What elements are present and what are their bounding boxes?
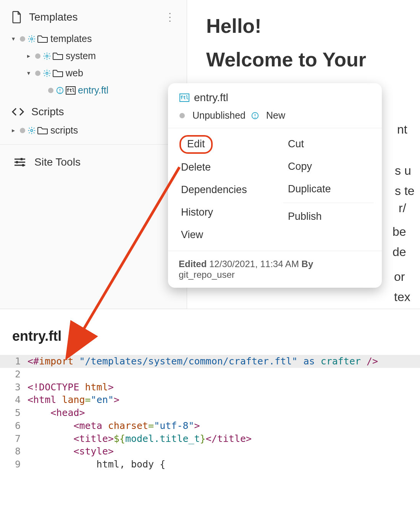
code-line[interactable]: 7 <title>${model.title_t}</title> [0, 432, 420, 445]
code-content[interactable]: <meta charset="utf-8"> [27, 419, 200, 432]
code-editor[interactable]: 1<#import "/templates/system/common/craf… [0, 355, 420, 471]
tree-item-label: scripts [50, 125, 78, 136]
svg-point-6 [31, 129, 33, 132]
line-number: 8 [0, 445, 27, 458]
ftl-file-icon: ftl [66, 86, 76, 95]
context-menu-footer: Edited 12/30/2021, 11:34 AM By git_repo_… [168, 251, 382, 288]
svg-point-1 [46, 55, 48, 57]
status-dot [20, 36, 25, 42]
scripts-section-header[interactable]: Scripts [0, 102, 187, 122]
code-content[interactable]: <#import "/templates/system/common/craft… [27, 355, 378, 368]
svg-rect-12 [22, 164, 24, 166]
tree-item-label: entry.ftl [78, 85, 108, 96]
file-icon [11, 11, 22, 23]
context-menu-body: Edit Delete Dependencies History View Cu… [168, 128, 382, 251]
scripts-label: Scripts [31, 106, 64, 118]
code-line[interactable]: 2 [0, 368, 420, 381]
line-number: 5 [0, 406, 27, 419]
gear-icon [27, 35, 36, 43]
tree-item-label: system [66, 50, 96, 61]
preview-body-fragment: nt [397, 99, 407, 140]
tree-item-templates[interactable]: ▾ templates [0, 30, 187, 47]
svg-rect-11 [16, 161, 18, 163]
menu-item-history[interactable]: History [168, 201, 275, 224]
menu-item-cut[interactable]: Cut [275, 133, 382, 155]
more-menu-icon[interactable]: ⋮ [162, 11, 178, 23]
templates-tree: ▾ templates ▸ system [0, 30, 187, 102]
code-line[interactable]: 3<!DOCTYPE html> [0, 381, 420, 394]
chevron-right-icon[interactable]: ▸ [24, 52, 33, 60]
line-number: 4 [0, 393, 27, 406]
code-line[interactable]: 5 <head> [0, 406, 420, 419]
footer-by-label: By [302, 259, 313, 269]
gear-icon [27, 126, 36, 135]
footer-user: git_repo_user [179, 269, 235, 280]
site-tools-label: Site Tools [34, 156, 81, 168]
preview-heading-2: Welcome to Your [206, 48, 420, 71]
footer-timestamp: 12/30/2021, 11:34 AM [209, 259, 299, 269]
code-content[interactable]: <html lang="en"> [27, 393, 120, 406]
svg-point-2 [46, 72, 48, 74]
tree-item-scripts[interactable]: ▸ scripts [0, 122, 187, 139]
context-menu-filename: entry.ftl [194, 92, 228, 104]
menu-item-view[interactable]: View [168, 224, 275, 246]
menu-item-copy[interactable]: Copy [275, 155, 382, 178]
code-content[interactable]: html, body { [27, 458, 165, 471]
sliders-icon [14, 157, 26, 168]
status-new: New [266, 110, 285, 121]
sidebar: Templates ⋮ ▾ templates ▸ [0, 0, 187, 309]
code-content[interactable]: <head> [27, 406, 85, 419]
code-content[interactable]: <style> [27, 445, 114, 458]
footer-edited-label: Edited [179, 259, 207, 269]
chevron-down-icon[interactable]: ▾ [9, 35, 18, 42]
menu-item-delete[interactable]: Delete [168, 156, 275, 179]
templates-section-header[interactable]: Templates ⋮ [0, 4, 187, 30]
menu-item-dependencies[interactable]: Dependencies [168, 179, 275, 201]
status-dot [48, 88, 53, 93]
code-line[interactable]: 9 html, body { [0, 458, 420, 471]
context-menu-col-right: Cut Copy Duplicate Publish [275, 128, 382, 251]
status-unpublished: Unpublished [192, 110, 246, 121]
status-dot [179, 113, 185, 118]
code-content[interactable]: <title>${model.title_t}</title> [27, 432, 252, 445]
editor-pane: entry.ftl 1<#import "/templates/system/c… [0, 309, 420, 506]
folder-icon [53, 69, 63, 77]
line-number: 7 [0, 432, 27, 445]
code-line[interactable]: 4<html lang="en"> [0, 393, 420, 406]
editor-filename: entry.ftl [0, 323, 420, 355]
svg-point-15 [255, 117, 255, 118]
menu-item-edit[interactable]: Edit [179, 135, 213, 154]
line-number: 6 [0, 419, 27, 432]
alert-icon [251, 111, 259, 120]
site-tools-row[interactable]: Site Tools › [0, 147, 187, 177]
status-dot [20, 128, 25, 133]
svg-point-0 [31, 38, 33, 40]
preview-body-fragment: or tex [394, 247, 410, 307]
context-menu: ftl entry.ftl Unpublished New Edit Delet… [168, 83, 382, 288]
svg-point-5 [60, 92, 60, 92]
tree-item-label: templates [50, 33, 92, 44]
code-line[interactable]: 1<#import "/templates/system/common/craf… [0, 355, 420, 368]
gear-icon [43, 52, 51, 60]
code-content[interactable]: <!DOCTYPE html> [27, 381, 114, 394]
alert-icon [56, 86, 64, 95]
context-menu-header: ftl entry.ftl Unpublished New [168, 83, 382, 128]
tree-item-web[interactable]: ▾ web [0, 64, 187, 82]
tree-item-entry-ftl[interactable]: ftl entry.ftl [0, 82, 187, 99]
chevron-down-icon[interactable]: ▾ [24, 69, 33, 77]
line-number: 2 [0, 368, 27, 381]
status-dot [35, 53, 40, 59]
tree-item-label: web [66, 68, 83, 79]
line-number: 3 [0, 381, 27, 394]
chevron-right-icon[interactable]: ▸ [9, 127, 18, 134]
code-line[interactable]: 8 <style> [0, 445, 420, 458]
menu-item-publish[interactable]: Publish [275, 205, 382, 228]
tree-item-system[interactable]: ▸ system [0, 47, 187, 64]
code-line[interactable]: 6 <meta charset="utf-8"> [0, 419, 420, 432]
ftl-file-icon: ftl [179, 93, 189, 102]
folder-icon [37, 35, 48, 43]
code-icon [11, 107, 24, 117]
folder-icon [53, 52, 63, 60]
menu-item-duplicate[interactable]: Duplicate [275, 178, 382, 200]
svg-rect-10 [21, 158, 23, 160]
